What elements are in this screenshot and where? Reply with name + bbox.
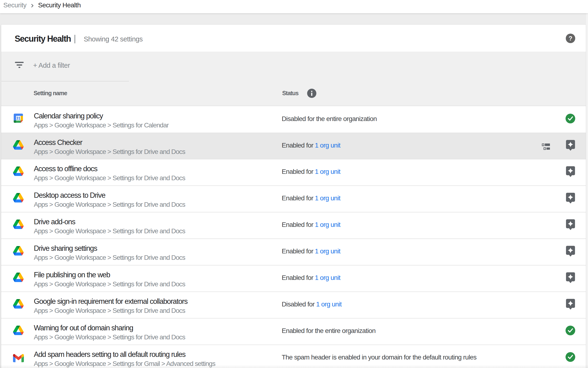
svg-text:31: 31 <box>16 116 21 120</box>
